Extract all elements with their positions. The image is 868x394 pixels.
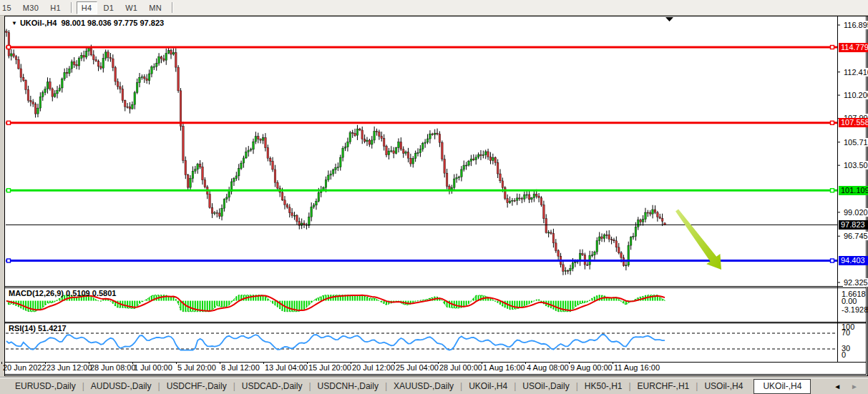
candle-body bbox=[543, 205, 545, 219]
candle-body bbox=[572, 262, 574, 268]
candle-body bbox=[442, 142, 444, 159]
candle-body bbox=[143, 77, 145, 79]
candle-body bbox=[316, 201, 318, 205]
candle-body bbox=[288, 207, 291, 213]
candle-body bbox=[601, 237, 603, 239]
chart-tab-usoil-h4[interactable]: USOil-,H4 bbox=[698, 379, 749, 393]
candle-body bbox=[618, 247, 620, 253]
hline-handle-right-94.403[interactable] bbox=[831, 259, 834, 262]
candle-body bbox=[257, 137, 259, 139]
hline-handle-left-114.779[interactable] bbox=[7, 46, 11, 49]
chart-tab-usdcad-daily[interactable]: USDCAD-,Daily bbox=[235, 379, 309, 393]
candle-body bbox=[344, 147, 346, 148]
candle-body bbox=[47, 82, 49, 89]
price-badge-107.558: 107.558 bbox=[839, 118, 868, 127]
candle-body bbox=[398, 142, 400, 148]
hline-handle-left-107.558[interactable] bbox=[7, 121, 11, 124]
candle-body bbox=[598, 237, 600, 241]
hline-handle-left-101.109[interactable] bbox=[7, 189, 11, 192]
candle-body bbox=[182, 127, 185, 161]
chart-tabs-bar: EURUSD-,Daily|AUDUSD-,Daily|USDCHF-,Dail… bbox=[0, 377, 868, 394]
time-axis-label-7: 15 Jul 20:00 bbox=[308, 363, 351, 372]
candle-body bbox=[136, 83, 138, 93]
chart-tab-xauusd-daily[interactable]: XAUUSD-,Daily bbox=[387, 379, 460, 393]
candle-body bbox=[562, 265, 565, 272]
chart-tab-audusd-daily[interactable]: AUDUSD-,Daily bbox=[84, 379, 158, 393]
candle-body bbox=[102, 58, 104, 68]
chart-tab-usdchf-daily[interactable]: USDCHF-,Daily bbox=[160, 379, 233, 393]
tabs-scroll-left-icon[interactable]: ◄ bbox=[834, 383, 841, 390]
candle-body bbox=[59, 88, 61, 91]
candle-body bbox=[456, 177, 458, 179]
chart-tab-ukoil-h4[interactable]: UKOil-,H4 bbox=[462, 379, 514, 393]
tabs-scroll-right-icon[interactable]: ► bbox=[851, 383, 858, 390]
candle-body bbox=[533, 194, 535, 197]
hline-handle-right-114.779[interactable] bbox=[831, 46, 834, 49]
candle-body bbox=[504, 187, 506, 198]
candle-body bbox=[95, 59, 97, 61]
price-axis-label-116.895: 116.895 bbox=[843, 21, 868, 29]
candle-body bbox=[594, 252, 596, 255]
candle-body bbox=[489, 157, 492, 160]
candle-body bbox=[311, 207, 313, 217]
chart-tab-hk50-h1[interactable]: HK50-,H1 bbox=[578, 379, 629, 393]
candle-body bbox=[172, 52, 175, 54]
candle-body bbox=[66, 72, 68, 74]
chart-tab-eurchf-h1[interactable]: EURCHF-,H1 bbox=[631, 379, 696, 393]
hline-handle-left-94.403[interactable] bbox=[7, 259, 11, 262]
candle-body bbox=[34, 104, 36, 114]
candle-body bbox=[81, 55, 83, 58]
candle-body bbox=[269, 158, 271, 161]
candle-body bbox=[52, 89, 54, 97]
candle-body bbox=[32, 102, 34, 104]
candle-body bbox=[535, 194, 537, 196]
price-axis-label-110.200: 110.200 bbox=[843, 91, 868, 99]
candle-body bbox=[10, 54, 12, 56]
candle-body bbox=[383, 139, 385, 147]
candle-body bbox=[250, 149, 252, 150]
candle-body bbox=[547, 232, 550, 233]
candle-body bbox=[608, 235, 610, 239]
candle-body bbox=[528, 194, 530, 200]
time-axis-label-6: 13 Jul 04:00 bbox=[265, 363, 308, 372]
candle-body bbox=[550, 232, 552, 233]
candle-body bbox=[400, 142, 402, 149]
candle-body bbox=[262, 138, 264, 141]
candle-body bbox=[596, 241, 598, 252]
candle-body bbox=[393, 151, 395, 154]
chart-tab-usoil-daily[interactable]: USOil-,Daily bbox=[516, 379, 575, 393]
candle-body bbox=[487, 152, 489, 157]
candle-body bbox=[281, 192, 283, 200]
chart-window-border bbox=[5, 16, 867, 375]
chart-tab-eurusd-daily[interactable]: EURUSD-,Daily bbox=[9, 379, 82, 393]
candle-body bbox=[165, 53, 167, 60]
candle-body bbox=[482, 155, 484, 156]
hline-handle-right-101.109[interactable] bbox=[831, 189, 834, 192]
chart-tab-ukoil-h4-active[interactable]: UKOil-,H4 bbox=[754, 379, 811, 394]
candle-body bbox=[337, 167, 339, 168]
candle-body bbox=[390, 151, 392, 152]
candle-body bbox=[185, 160, 187, 174]
candle-body bbox=[376, 131, 378, 132]
candle-body bbox=[424, 142, 426, 144]
symbol-menu-triangle-icon[interactable]: ▼ bbox=[11, 20, 17, 26]
candle-body bbox=[567, 270, 569, 271]
candle-body bbox=[13, 54, 15, 56]
time-axis-label-2: 28 Jun 08:00 bbox=[90, 363, 136, 372]
rsi-axis-label-70: 70 bbox=[842, 328, 850, 337]
candle-body bbox=[225, 197, 228, 200]
candle-body bbox=[371, 140, 373, 144]
chart-tab-usdcnh-daily[interactable]: USDCNH-,Daily bbox=[311, 379, 385, 393]
candle-body bbox=[37, 108, 39, 114]
candle-body bbox=[437, 133, 439, 134]
candle-body bbox=[507, 199, 509, 203]
candle-body bbox=[117, 82, 119, 87]
candle-body bbox=[494, 157, 497, 162]
candle-body bbox=[265, 138, 267, 148]
price-badge-97.823: 97.823 bbox=[839, 220, 868, 230]
hline-handle-right-107.558[interactable] bbox=[831, 121, 834, 124]
chart-canvas[interactable] bbox=[0, 0, 868, 394]
candle-body bbox=[419, 149, 421, 153]
candle-body bbox=[18, 59, 20, 69]
candle-body bbox=[286, 205, 288, 207]
